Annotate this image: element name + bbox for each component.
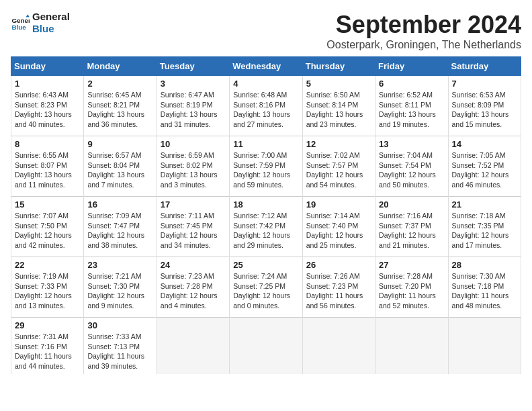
calendar-cell: 10Sunrise: 6:59 AM Sunset: 8:02 PM Dayli… xyxy=(157,136,229,197)
calendar-cell: 11Sunrise: 7:00 AM Sunset: 7:59 PM Dayli… xyxy=(230,136,302,197)
day-number: 20 xyxy=(379,199,444,210)
day-number: 6 xyxy=(379,79,444,89)
calendar-cell: 7Sunrise: 6:53 AM Sunset: 8:09 PM Daylig… xyxy=(448,76,521,136)
calendar-cell: 23Sunrise: 7:21 AM Sunset: 7:30 PM Dayli… xyxy=(84,257,157,318)
week-row-1: 1Sunrise: 6:43 AM Sunset: 8:23 PM Daylig… xyxy=(11,76,521,136)
calendar-cell xyxy=(448,318,521,374)
day-number: 18 xyxy=(233,199,298,210)
day-number: 3 xyxy=(161,79,226,89)
calendar-cell: 26Sunrise: 7:26 AM Sunset: 7:23 PM Dayli… xyxy=(302,257,375,318)
calendar-cell: 19Sunrise: 7:14 AM Sunset: 7:40 PM Dayli… xyxy=(302,197,375,257)
day-number: 29 xyxy=(15,320,80,330)
day-info: Sunrise: 6:55 AM Sunset: 8:07 PM Dayligh… xyxy=(15,150,80,190)
calendar-cell: 15Sunrise: 7:07 AM Sunset: 7:50 PM Dayli… xyxy=(11,197,84,257)
day-number: 12 xyxy=(306,139,371,149)
day-number: 10 xyxy=(161,139,226,149)
week-row-5: 29Sunrise: 7:31 AM Sunset: 7:16 PM Dayli… xyxy=(11,318,521,374)
calendar-cell: 3Sunrise: 6:47 AM Sunset: 8:19 PM Daylig… xyxy=(157,76,229,136)
day-number: 25 xyxy=(233,260,298,270)
day-info: Sunrise: 7:21 AM Sunset: 7:30 PM Dayligh… xyxy=(87,271,152,311)
calendar-cell: 28Sunrise: 7:30 AM Sunset: 7:18 PM Dayli… xyxy=(448,257,521,318)
week-row-2: 8Sunrise: 6:55 AM Sunset: 8:07 PM Daylig… xyxy=(11,136,521,197)
calendar-cell: 13Sunrise: 7:04 AM Sunset: 7:54 PM Dayli… xyxy=(375,136,448,197)
day-info: Sunrise: 7:02 AM Sunset: 7:57 PM Dayligh… xyxy=(306,150,371,190)
day-info: Sunrise: 7:24 AM Sunset: 7:25 PM Dayligh… xyxy=(233,271,298,311)
day-info: Sunrise: 7:30 AM Sunset: 7:18 PM Dayligh… xyxy=(452,271,517,311)
day-info: Sunrise: 7:14 AM Sunset: 7:40 PM Dayligh… xyxy=(306,211,371,250)
day-info: Sunrise: 6:50 AM Sunset: 8:14 PM Dayligh… xyxy=(306,90,371,130)
day-info: Sunrise: 7:18 AM Sunset: 7:35 PM Dayligh… xyxy=(452,211,517,250)
logo-icon: General Blue xyxy=(11,13,30,32)
day-info: Sunrise: 7:26 AM Sunset: 7:23 PM Dayligh… xyxy=(306,271,371,311)
month-title: September 2024 xyxy=(326,11,521,39)
calendar-cell: 1Sunrise: 6:43 AM Sunset: 8:23 PM Daylig… xyxy=(11,76,84,136)
day-info: Sunrise: 6:48 AM Sunset: 8:16 PM Dayligh… xyxy=(233,90,298,130)
calendar-cell: 22Sunrise: 7:19 AM Sunset: 7:33 PM Dayli… xyxy=(11,257,84,318)
header-tuesday: Tuesday xyxy=(157,57,229,76)
day-number: 17 xyxy=(161,199,226,210)
header-sunday: Sunday xyxy=(11,57,84,76)
day-number: 9 xyxy=(87,139,152,149)
calendar-cell: 6Sunrise: 6:52 AM Sunset: 8:11 PM Daylig… xyxy=(375,76,448,136)
day-info: Sunrise: 7:28 AM Sunset: 7:20 PM Dayligh… xyxy=(379,271,444,311)
header-saturday: Saturday xyxy=(448,57,521,76)
location-title: Oosterpark, Groningen, The Netherlands xyxy=(326,39,521,51)
calendar-cell xyxy=(230,318,302,374)
day-info: Sunrise: 7:07 AM Sunset: 7:50 PM Dayligh… xyxy=(15,211,80,250)
day-number: 1 xyxy=(15,79,80,89)
calendar-cell: 20Sunrise: 7:16 AM Sunset: 7:37 PM Dayli… xyxy=(375,197,448,257)
day-info: Sunrise: 6:47 AM Sunset: 8:19 PM Dayligh… xyxy=(161,90,226,130)
day-number: 27 xyxy=(379,260,444,270)
calendar-cell: 27Sunrise: 7:28 AM Sunset: 7:20 PM Dayli… xyxy=(375,257,448,318)
calendar-cell: 12Sunrise: 7:02 AM Sunset: 7:57 PM Dayli… xyxy=(302,136,375,197)
day-number: 30 xyxy=(87,320,152,330)
day-info: Sunrise: 7:19 AM Sunset: 7:33 PM Dayligh… xyxy=(15,271,80,311)
calendar-cell xyxy=(157,318,229,374)
calendar-header-row: SundayMondayTuesdayWednesdayThursdayFrid… xyxy=(11,57,521,76)
day-info: Sunrise: 7:12 AM Sunset: 7:42 PM Dayligh… xyxy=(233,211,298,250)
day-number: 4 xyxy=(233,79,298,89)
page-header: General Blue General Blue September 2024… xyxy=(11,11,521,51)
day-number: 28 xyxy=(452,260,517,270)
calendar-cell: 16Sunrise: 7:09 AM Sunset: 7:47 PM Dayli… xyxy=(84,197,157,257)
svg-marker-2 xyxy=(26,14,30,17)
day-number: 16 xyxy=(87,199,152,210)
day-number: 24 xyxy=(161,260,226,270)
calendar-cell: 5Sunrise: 6:50 AM Sunset: 8:14 PM Daylig… xyxy=(302,76,375,136)
day-info: Sunrise: 7:09 AM Sunset: 7:47 PM Dayligh… xyxy=(87,211,152,250)
calendar-cell: 21Sunrise: 7:18 AM Sunset: 7:35 PM Dayli… xyxy=(448,197,521,257)
title-area: September 2024 Oosterpark, Groningen, Th… xyxy=(326,11,521,51)
day-number: 5 xyxy=(306,79,371,89)
logo-text-line2: Blue xyxy=(32,23,70,35)
day-number: 14 xyxy=(452,139,517,149)
logo: General Blue General Blue xyxy=(11,11,70,35)
day-number: 8 xyxy=(15,139,80,149)
calendar-cell: 2Sunrise: 6:45 AM Sunset: 8:21 PM Daylig… xyxy=(84,76,157,136)
day-number: 21 xyxy=(452,199,517,210)
calendar-cell: 17Sunrise: 7:11 AM Sunset: 7:45 PM Dayli… xyxy=(157,197,229,257)
day-info: Sunrise: 6:43 AM Sunset: 8:23 PM Dayligh… xyxy=(15,90,80,130)
calendar-cell: 25Sunrise: 7:24 AM Sunset: 7:25 PM Dayli… xyxy=(230,257,302,318)
day-info: Sunrise: 7:05 AM Sunset: 7:52 PM Dayligh… xyxy=(452,150,517,190)
calendar-cell: 29Sunrise: 7:31 AM Sunset: 7:16 PM Dayli… xyxy=(11,318,84,374)
day-info: Sunrise: 7:16 AM Sunset: 7:37 PM Dayligh… xyxy=(379,211,444,250)
header-friday: Friday xyxy=(375,57,448,76)
day-info: Sunrise: 6:57 AM Sunset: 8:04 PM Dayligh… xyxy=(87,150,152,190)
calendar-cell xyxy=(302,318,375,374)
header-wednesday: Wednesday xyxy=(230,57,302,76)
calendar-table: SundayMondayTuesdayWednesdayThursdayFrid… xyxy=(11,56,521,374)
calendar-cell: 30Sunrise: 7:33 AM Sunset: 7:13 PM Dayli… xyxy=(84,318,157,374)
calendar-cell xyxy=(375,318,448,374)
svg-text:Blue: Blue xyxy=(11,24,26,31)
day-number: 22 xyxy=(15,260,80,270)
day-info: Sunrise: 6:45 AM Sunset: 8:21 PM Dayligh… xyxy=(87,90,152,130)
day-info: Sunrise: 7:31 AM Sunset: 7:16 PM Dayligh… xyxy=(15,332,80,371)
day-info: Sunrise: 6:59 AM Sunset: 8:02 PM Dayligh… xyxy=(161,150,226,190)
day-info: Sunrise: 7:11 AM Sunset: 7:45 PM Dayligh… xyxy=(161,211,226,250)
header-thursday: Thursday xyxy=(302,57,375,76)
day-info: Sunrise: 7:00 AM Sunset: 7:59 PM Dayligh… xyxy=(233,150,298,190)
logo-text-line1: General xyxy=(32,11,70,23)
calendar-cell: 4Sunrise: 6:48 AM Sunset: 8:16 PM Daylig… xyxy=(230,76,302,136)
day-number: 2 xyxy=(87,79,152,89)
calendar-cell: 14Sunrise: 7:05 AM Sunset: 7:52 PM Dayli… xyxy=(448,136,521,197)
